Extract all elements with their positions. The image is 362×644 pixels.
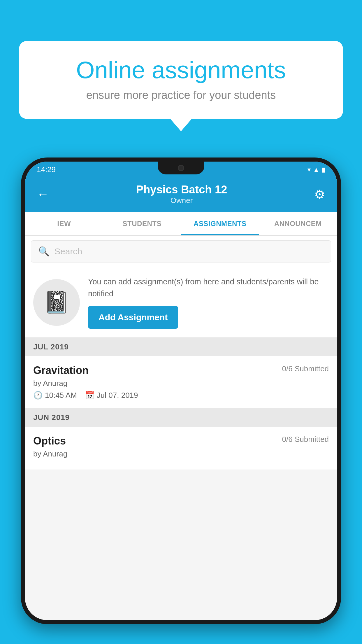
speech-bubble-container: Online assignments ensure more practice … [19, 41, 343, 119]
search-placeholder: Search [55, 246, 82, 256]
header-title-block: Physics Batch 12 Owner [136, 183, 227, 205]
search-container: 🔍 Search [25, 236, 337, 267]
clock-icon: 🕐 [33, 391, 43, 400]
app-header: ← Physics Batch 12 Owner ⚙ [25, 178, 337, 212]
assignment-by: by Anurag [33, 379, 329, 388]
speech-bubble: Online assignments ensure more practice … [19, 41, 343, 119]
assignment-date: 📅 Jul 07, 2019 [85, 391, 138, 400]
assignment-top-row-optics: Optics 0/6 Submitted [33, 435, 329, 447]
speech-bubble-title: Online assignments [39, 57, 323, 83]
promo-icon-circle: 📓 [33, 279, 80, 326]
assignment-top-row: Gravitation 0/6 Submitted [33, 364, 329, 377]
screen-content: 🔍 Search 📓 You can add assignment(s) fro… [25, 236, 337, 620]
calendar-icon: 📅 [85, 391, 94, 400]
wifi-icon: ▾ [307, 166, 311, 174]
phone-notch [158, 162, 204, 174]
phone-frame: 14:29 ▾ ▲ ▮ ← Physics Batch 12 Owner ⚙ [21, 158, 341, 624]
phone-outer: 14:29 ▾ ▲ ▮ ← Physics Batch 12 Owner ⚙ [21, 158, 341, 624]
search-icon: 🔍 [38, 246, 50, 257]
tab-announcements[interactable]: ANNOUNCEM [259, 212, 337, 235]
add-assignment-button[interactable]: Add Assignment [88, 306, 178, 329]
battery-icon: ▮ [322, 166, 325, 174]
tab-students[interactable]: STUDENTS [103, 212, 181, 235]
search-bar[interactable]: 🔍 Search [31, 240, 331, 262]
assignment-item-gravitation[interactable]: Gravitation 0/6 Submitted by Anurag 🕐 10… [25, 356, 337, 408]
assignment-submitted: 0/6 Submitted [282, 364, 329, 373]
assignment-meta: 🕐 10:45 AM 📅 Jul 07, 2019 [33, 391, 329, 400]
status-time: 14:29 [37, 165, 56, 174]
signal-icon: ▲ [313, 166, 319, 174]
speech-bubble-subtitle: ensure more practice for your students [39, 89, 323, 102]
header-title: Physics Batch 12 [136, 183, 227, 196]
add-assignment-promo: 📓 You can add assignment(s) from here an… [25, 267, 337, 338]
section-header-jun: JUN 2019 [25, 408, 337, 427]
section-header-jul: JUL 2019 [25, 338, 337, 356]
assignment-submitted-optics: 0/6 Submitted [282, 435, 329, 444]
promo-description: You can add assignment(s) from here and … [88, 276, 329, 300]
promo-text-block: You can add assignment(s) from here and … [88, 276, 329, 329]
tab-iew[interactable]: IEW [25, 212, 103, 235]
tab-bar: IEW STUDENTS ASSIGNMENTS ANNOUNCEM [25, 212, 337, 236]
phone-camera [178, 165, 184, 171]
header-subtitle: Owner [136, 196, 227, 205]
assignment-name-optics: Optics [33, 435, 66, 447]
back-button[interactable]: ← [37, 187, 49, 201]
settings-icon[interactable]: ⚙ [314, 187, 325, 202]
assignment-item-optics[interactable]: Optics 0/6 Submitted by Anurag [25, 427, 337, 470]
assignment-by-optics: by Anurag [33, 449, 329, 459]
notebook-icon: 📓 [43, 290, 70, 315]
tab-assignments[interactable]: ASSIGNMENTS [181, 212, 259, 235]
assignment-name: Gravitation [33, 364, 89, 377]
assignment-time: 🕐 10:45 AM [33, 391, 77, 400]
status-icons: ▾ ▲ ▮ [307, 166, 325, 174]
phone-screen: 14:29 ▾ ▲ ▮ ← Physics Batch 12 Owner ⚙ [25, 162, 337, 620]
